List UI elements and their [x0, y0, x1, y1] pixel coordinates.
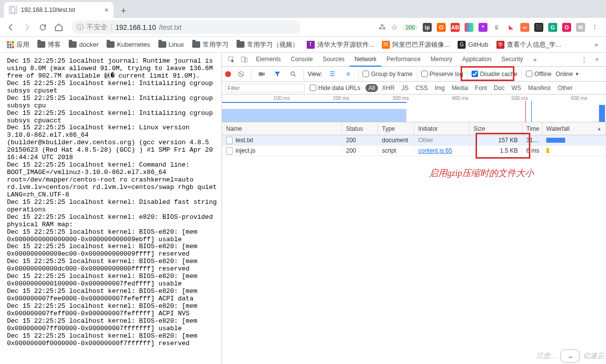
bookmark-item[interactable]: 阿阿里巴巴开源镜像...: [379, 38, 453, 51]
translate-icon[interactable]: ⁂: [378, 23, 386, 32]
group-by-frame-checkbox[interactable]: Group by frame: [363, 71, 412, 78]
bookmark-label: 常用学习（视频）: [247, 40, 299, 49]
filter-type-xhr[interactable]: XHR: [379, 84, 397, 92]
devtools-tab-sources[interactable]: Sources: [318, 53, 350, 67]
pocket-icon[interactable]: ◣: [506, 23, 515, 32]
cell-name: inject.js: [222, 146, 342, 156]
url-path: /test.txt: [159, 23, 181, 31]
folder-icon: [37, 41, 45, 48]
onenote-icon[interactable]: O: [562, 23, 571, 32]
bookmark-item[interactable]: 博客: [34, 38, 64, 51]
cell-initiator[interactable]: content.js:65: [414, 146, 470, 156]
folder-icon: [158, 41, 166, 48]
browser-tab[interactable]: 192.168.1.10/test.txt ×: [4, 2, 114, 18]
favicon: 阿: [382, 41, 390, 49]
more-tabs-icon[interactable]: »: [529, 54, 541, 66]
devtools-tab-network[interactable]: Network: [350, 53, 381, 67]
filter-input[interactable]: [225, 84, 305, 92]
star-icon[interactable]: ☆: [391, 22, 398, 32]
opera-icon[interactable]: O: [437, 23, 446, 32]
col-status[interactable]: Status: [342, 122, 378, 135]
col-name[interactable]: Name: [222, 122, 342, 135]
sort-asc-icon: ▲: [597, 126, 602, 131]
infinity-icon[interactable]: ∞: [520, 23, 529, 32]
filter-type-media[interactable]: Media: [449, 84, 471, 92]
folder-icon: [237, 41, 244, 48]
bookmark-item[interactable]: 常用学习: [189, 38, 232, 51]
record-button[interactable]: [225, 71, 231, 77]
new-tab-button[interactable]: +: [117, 4, 130, 18]
bookmark-item[interactable]: 学查看个人信息_学...: [493, 38, 564, 51]
filter-type-img[interactable]: Img: [432, 84, 448, 92]
grammarly-icon[interactable]: G: [548, 23, 557, 32]
url-host: 192.168.1.10: [116, 23, 156, 31]
back-button[interactable]: [4, 20, 18, 34]
rainbow-icon[interactable]: [465, 23, 474, 32]
bookmark-item[interactable]: T清华大学开源软件...: [304, 38, 377, 51]
devtools-tab-console[interactable]: Console: [286, 53, 318, 67]
inspect-element-icon[interactable]: [225, 54, 237, 66]
site-info-icon[interactable]: ⓘ: [77, 23, 84, 32]
large-rows-icon[interactable]: ☰: [326, 68, 338, 80]
devtools-tab-application[interactable]: Application: [457, 53, 496, 67]
settings-icon[interactable]: ⋮: [578, 54, 590, 66]
bookmark-item[interactable]: GGitHub: [455, 39, 491, 51]
filter-type-doc[interactable]: Doc: [491, 84, 507, 92]
evernote-icon[interactable]: E: [492, 23, 501, 32]
close-devtools-button[interactable]: ×: [591, 54, 603, 66]
bookmark-label: Kubernetes: [117, 41, 150, 48]
lastpass-icon[interactable]: *: [479, 23, 487, 32]
filter-type-font[interactable]: Font: [472, 84, 490, 92]
device-mode-icon[interactable]: [238, 54, 250, 66]
main-split: Dec 15 22:25:25 localhost journal: Runti…: [0, 53, 606, 364]
gray-icon[interactable]: M: [576, 23, 585, 32]
filter-type-other[interactable]: Other: [555, 84, 576, 92]
filter-type-all[interactable]: All: [365, 84, 378, 92]
bookmark-label: docker: [79, 41, 99, 48]
col-waterfall[interactable]: Waterfall▲: [542, 122, 606, 135]
filter-icon[interactable]: [271, 68, 283, 80]
dark-icon[interactable]: ⬛: [534, 23, 543, 32]
overview-icon[interactable]: ≡: [342, 68, 354, 80]
throttling-select[interactable]: Online▼: [556, 71, 580, 78]
col-type[interactable]: Type: [378, 122, 414, 135]
filter-type-ws[interactable]: WS: [508, 84, 524, 92]
close-tab-button[interactable]: ×: [105, 6, 109, 14]
separator: |: [111, 23, 113, 31]
devtools-tab-elements[interactable]: Elements: [251, 53, 286, 67]
search-icon[interactable]: [287, 68, 299, 80]
hide-data-urls-checkbox[interactable]: Hide data URLs: [310, 85, 361, 91]
menu-icon[interactable]: ⋮: [590, 23, 599, 32]
timeline-overview[interactable]: 100 ms200 ms300 ms400 ms500 ms600 ms: [222, 94, 606, 122]
bookmark-item[interactable]: Kubernetes: [104, 39, 153, 50]
col-initiator[interactable]: Initiator: [414, 122, 470, 135]
bookmark-item[interactable]: docker: [66, 39, 102, 50]
filter-type-manifest[interactable]: Manifest: [525, 84, 554, 92]
bookmark-item[interactable]: 常用学习（视频）: [234, 38, 302, 51]
devtools-tab-memory[interactable]: Memory: [426, 53, 457, 67]
devtools-tab-security[interactable]: Security: [496, 53, 528, 67]
offline-checkbox[interactable]: Offline: [526, 71, 551, 78]
ip-icon[interactable]: ip: [423, 23, 432, 32]
address-bar[interactable]: ⓘ 不安全 | 192.168.1.10/test.txt: [72, 20, 301, 34]
network-row[interactable]: inject.js200scriptcontent.js:651.5 KB6 m…: [222, 146, 606, 156]
bookmark-item[interactable]: Linux: [155, 39, 187, 50]
forward-button[interactable]: [20, 20, 34, 34]
disable-cache-checkbox[interactable]: Disable cache: [472, 71, 517, 78]
filter-type-css[interactable]: CSS: [412, 84, 431, 92]
favicon: G: [458, 41, 466, 49]
clear-button[interactable]: [235, 68, 247, 80]
bookmark-label: 阿里巴巴开源镜像...: [392, 40, 450, 49]
devtools-tab-performance[interactable]: Performance: [381, 53, 426, 67]
reload-button[interactable]: [36, 20, 50, 34]
camera-icon[interactable]: [255, 68, 267, 80]
home-button[interactable]: [52, 20, 66, 34]
adblock-icon[interactable]: AB: [451, 23, 460, 32]
col-time[interactable]: Time: [522, 122, 542, 135]
col-size[interactable]: Size: [470, 122, 522, 135]
filter-type-js[interactable]: JS: [398, 84, 411, 92]
preserve-log-checkbox[interactable]: Preserve log: [421, 71, 463, 78]
bookmarks-overflow[interactable]: »: [591, 39, 602, 50]
network-row[interactable]: test.txt200documentOther157 KB31…: [222, 135, 606, 146]
apps-button[interactable]: 应用: [4, 38, 32, 51]
